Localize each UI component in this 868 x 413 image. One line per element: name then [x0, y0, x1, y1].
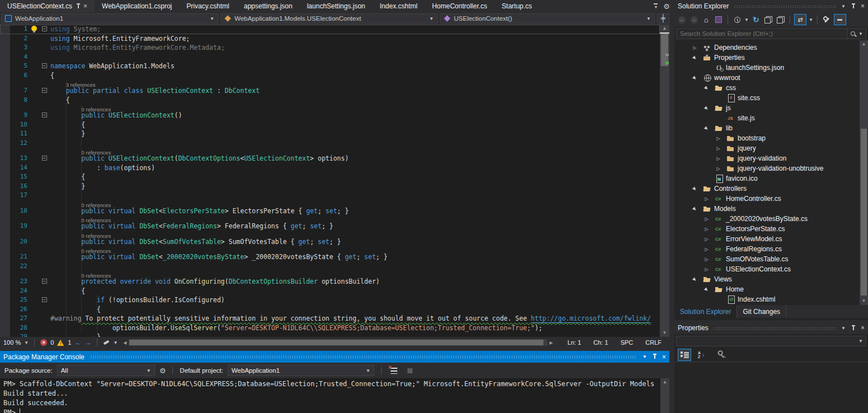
code-area[interactable]: 1−using System;2using Microsoft.EntityFr…	[0, 25, 660, 337]
error-count[interactable]: 0	[50, 339, 54, 346]
expand-arrow-icon[interactable]: ▷	[712, 156, 724, 161]
navigate-forward-icon[interactable]: →	[85, 339, 91, 346]
expand-arrow-icon[interactable]: ▷	[701, 217, 712, 222]
close-icon[interactable]: ×	[861, 325, 865, 331]
tree-item-homecontroller-cs[interactable]: ▷HomeController.cs	[674, 194, 860, 204]
tree-item-properties[interactable]: ▶Properties	[674, 53, 860, 63]
clear-console-icon[interactable]	[391, 368, 397, 374]
document-tab-index-cshtml[interactable]: Index.cshtml	[373, 0, 425, 12]
editor-vertical-scrollbar[interactable]: ▲ ▼	[660, 25, 669, 337]
nest-files-icon[interactable]	[764, 16, 772, 24]
collapse-arrow-icon[interactable]: ▶	[701, 82, 712, 93]
member-dropdown[interactable]: USElectionContext() ▼	[440, 13, 655, 24]
chevron-down-icon[interactable]: ▼	[858, 31, 863, 36]
caret-line-indicator[interactable]: Ln: 1	[567, 339, 581, 346]
fold-collapse-icon[interactable]: −	[42, 156, 47, 161]
collapse-all-button[interactable]	[834, 14, 846, 25]
pending-changes-filter-icon[interactable]	[734, 17, 740, 23]
tree-vertical-scrollbar[interactable]: ▲ ▼	[860, 40, 868, 305]
tree-item-views[interactable]: ▶Views	[674, 274, 860, 284]
collapse-arrow-icon[interactable]: ▶	[701, 283, 712, 295]
expand-arrow-icon[interactable]: ▷	[701, 267, 712, 272]
pmc-output[interactable]: PM> Scaffold-DbContext "Server=DESKTOP-N…	[0, 378, 660, 413]
lightbulb-icon[interactable]	[31, 26, 37, 31]
tree-item-electorsperstate-cs[interactable]: ▷ElectorsPerState.cs	[674, 224, 860, 234]
fold-collapse-icon[interactable]: −	[42, 279, 47, 284]
scroll-down-arrow-icon[interactable]: ▼	[660, 329, 669, 337]
scrollbar-thumb[interactable]	[861, 129, 867, 295]
scroll-down-arrow-icon[interactable]: ▼	[860, 297, 868, 305]
tree-item-models[interactable]: ▶Models	[674, 204, 860, 214]
solution-explorer-title-bar[interactable]: Solution Explorer ▼ ×	[674, 0, 868, 12]
tree-item-site-js[interactable]: site.js	[674, 113, 860, 123]
expand-arrow-icon[interactable]: ▷	[712, 136, 724, 141]
expand-arrow-icon[interactable]: ▷	[701, 247, 712, 252]
refresh-icon[interactable]: ↻	[751, 14, 761, 25]
horizontal-scrollbar-thumb[interactable]	[129, 340, 543, 345]
zoom-level-dropdown[interactable]: 100 %	[3, 339, 21, 346]
chevron-down-icon[interactable]: ▼	[113, 340, 118, 345]
search-input[interactable]	[676, 28, 847, 39]
expand-arrow-icon[interactable]: ▷	[712, 166, 724, 171]
tree-item-jquery-validation[interactable]: ▷jquery-validation	[674, 153, 860, 163]
document-tab-privacy-cshtml[interactable]: Privacy.cshtml	[179, 0, 236, 12]
home-icon[interactable]: ⌂	[701, 14, 711, 25]
show-all-files-icon[interactable]	[777, 16, 785, 24]
document-tab-webapplication1-csproj[interactable]: WebApplication1.csproj	[95, 0, 179, 12]
fold-collapse-icon[interactable]: −	[42, 112, 47, 118]
tree-item-index-cshtml[interactable]: Index.cshtml	[674, 294, 860, 304]
code-cleanup-icon[interactable]	[103, 340, 110, 345]
tree-item-site-css[interactable]: site.css	[674, 93, 860, 103]
navigate-back-icon[interactable]: ←	[74, 339, 81, 346]
tree-item-jquery[interactable]: ▷jquery	[674, 143, 860, 153]
tree-item-controllers[interactable]: ▶Controllers	[674, 184, 860, 194]
collapse-arrow-icon[interactable]: ▶	[701, 102, 712, 114]
collapse-arrow-icon[interactable]: ▶	[689, 203, 701, 214]
close-icon[interactable]: ×	[861, 3, 865, 10]
pin-icon[interactable]	[851, 3, 856, 10]
tree-item-uselectioncontext-cs[interactable]: ▷USElectionContext.cs	[674, 264, 860, 274]
expand-arrow-icon[interactable]: ▷	[701, 227, 712, 232]
window-position-dropdown-icon[interactable]: ▼	[642, 354, 647, 359]
document-tab-appsettings-json[interactable]: appsettings.json	[237, 0, 300, 12]
tree-item-errorviewmodel-cs[interactable]: ▷ErrorViewModel.cs	[674, 234, 860, 244]
expand-arrow-icon[interactable]: ▷	[701, 257, 712, 262]
properties-object-dropdown[interactable]: ▼	[676, 336, 866, 346]
collapse-arrow-icon[interactable]: ▶	[689, 51, 701, 63]
fold-collapse-icon[interactable]: −	[42, 26, 47, 31]
properties-wrench-icon[interactable]	[823, 16, 830, 24]
collapse-arrow-icon[interactable]: ▶	[689, 72, 701, 83]
window-position-dropdown-icon[interactable]: ▼	[841, 326, 846, 331]
chevron-down-icon[interactable]: ▼	[744, 17, 749, 22]
tab-solution-explorer[interactable]: Solution Explorer	[674, 305, 737, 318]
tree-item-jquery-validation-unobtrusive[interactable]: ▷jquery-validation-unobtrusive	[674, 163, 860, 173]
tree-item-20002020votesbystate-cs[interactable]: ▷_20002020votesByState.cs	[674, 214, 860, 224]
tree-item-home[interactable]: ▶Home	[674, 284, 860, 294]
caret-column-indicator[interactable]: Ch: 1	[593, 339, 608, 346]
pmc-vertical-scrollbar[interactable]: ▲	[660, 378, 669, 413]
alphabetical-sort-button[interactable]: ↓	[695, 349, 708, 361]
expand-arrow-icon[interactable]: ▷	[712, 146, 724, 151]
expand-arrow-icon[interactable]: ▷	[701, 196, 712, 201]
scroll-up-arrow-icon[interactable]: ▲	[660, 378, 669, 386]
window-position-dropdown-icon[interactable]: ▼	[841, 4, 846, 9]
package-source-dropdown[interactable]: All ▼	[57, 365, 155, 376]
pmc-title-bar[interactable]: Package Manager Console ▼ ×	[0, 351, 669, 363]
close-icon[interactable]: ×	[662, 354, 666, 360]
code-editor[interactable]: 1−using System;2using Microsoft.EntityFr…	[0, 25, 669, 337]
active-files-dropdown-icon[interactable]: ▼	[654, 3, 658, 9]
document-tab-launchsettings-json[interactable]: launchSettings.json	[299, 0, 372, 12]
expand-arrow-icon[interactable]: ▷	[701, 237, 712, 242]
scroll-up-arrow-icon[interactable]: ▲	[860, 40, 868, 48]
back-button-icon[interactable]: ←	[678, 16, 686, 24]
error-count-icon[interactable]: ×	[40, 339, 47, 346]
tab-git-changes[interactable]: Git Changes	[737, 305, 786, 318]
tree-item-js[interactable]: ▶js	[674, 103, 860, 113]
chevron-down-icon[interactable]: ▼	[809, 17, 813, 22]
split-editor-button[interactable]: ╪	[657, 13, 669, 24]
collapse-arrow-icon[interactable]: ▶	[701, 122, 712, 134]
tree-item-sumofvotestable-cs[interactable]: ▷SumOfVotesTable.cs	[674, 254, 860, 264]
collapse-arrow-icon[interactable]: ▶	[689, 273, 701, 285]
document-tab-homecontroller-cs[interactable]: HomeController.cs	[425, 0, 495, 12]
tree-item-dependencies[interactable]: ▷Dependencies	[674, 43, 860, 53]
